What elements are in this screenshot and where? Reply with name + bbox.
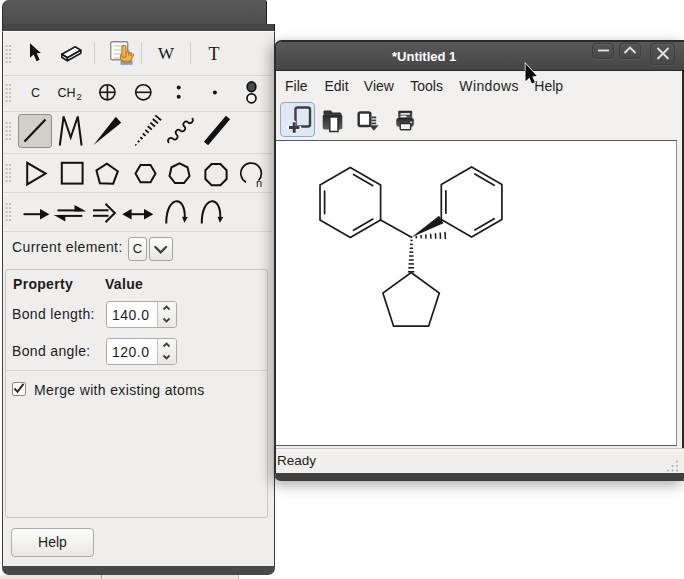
svg-text:n: n [256, 177, 262, 189]
svg-text:2: 2 [77, 91, 82, 102]
svg-text:W: W [158, 44, 175, 63]
svg-text:T: T [209, 44, 220, 64]
svg-text:C: C [31, 86, 40, 100]
svg-text:CH: CH [57, 86, 75, 100]
